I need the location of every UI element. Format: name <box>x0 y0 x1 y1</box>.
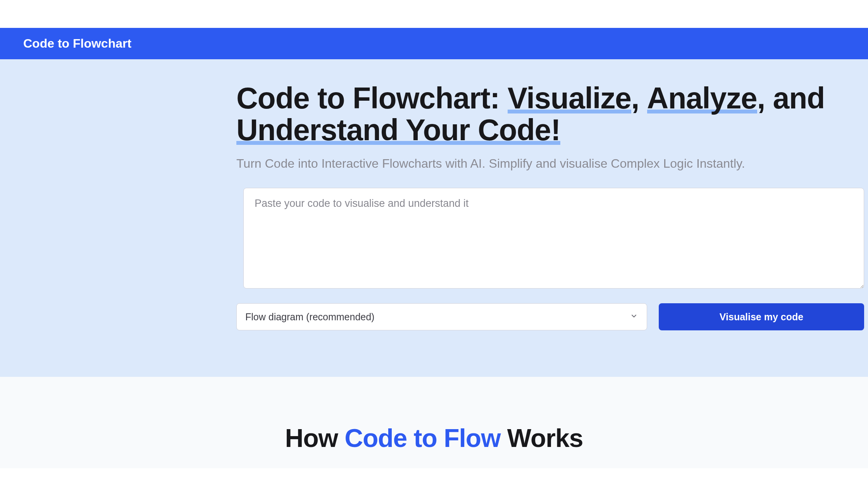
how-it-works-section: How Code to Flow Works <box>0 377 868 468</box>
hero-title-underline-analyze: Analyze <box>647 82 757 114</box>
diagram-type-select-wrap: Flow diagram (recommended) <box>236 303 647 330</box>
controls-row: Flow diagram (recommended) Visualise my … <box>236 303 864 330</box>
top-spacer <box>0 0 868 28</box>
hero-title-underline-visualize: Visualize <box>508 82 631 114</box>
how-title-accent: Code to Flow <box>344 424 500 452</box>
hero-title-underline-understand: Understand Your Code! <box>236 114 560 146</box>
diagram-type-select[interactable]: Flow diagram (recommended) <box>236 303 647 330</box>
how-it-works-title: How Code to Flow Works <box>0 423 868 453</box>
how-title-text: Works <box>501 424 583 452</box>
how-title-text: How <box>285 424 345 452</box>
bottom-spacer <box>0 468 868 488</box>
visualise-button[interactable]: Visualise my code <box>659 303 864 330</box>
hero-title-text: Code to Flowchart: <box>236 81 508 115</box>
hero-title-text: , <box>631 81 647 115</box>
hero-section: Code to Flowchart: Visualize, Analyze, a… <box>0 59 868 377</box>
hero-title: Code to Flowchart: Visualize, Analyze, a… <box>236 82 864 146</box>
code-input[interactable] <box>243 188 864 289</box>
hero-title-text: , and <box>757 81 825 115</box>
hero-subtitle: Turn Code into Interactive Flowcharts wi… <box>236 156 864 171</box>
nav-brand[interactable]: Code to Flowchart <box>23 36 845 51</box>
nav-bar: Code to Flowchart <box>0 28 868 59</box>
